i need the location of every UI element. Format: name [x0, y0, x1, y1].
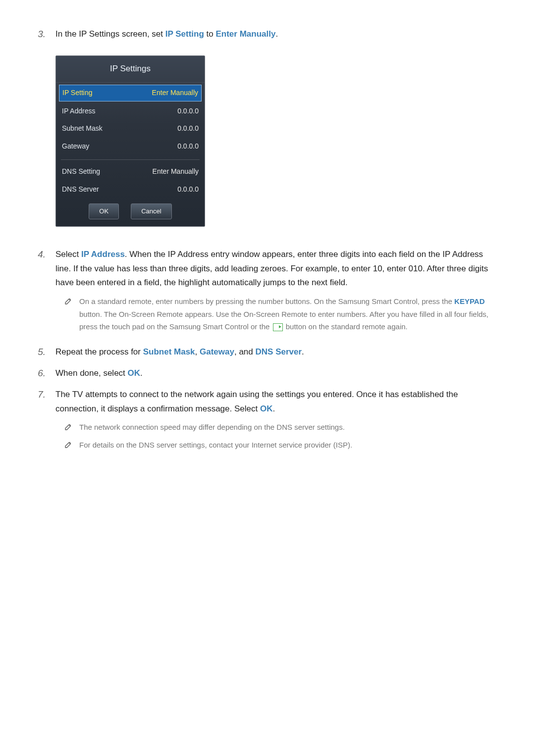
panel-title: IP Settings — [56, 56, 205, 83]
step-number: 6. — [35, 366, 46, 381]
step-number: 4. — [35, 248, 46, 338]
step-5: 5. Repeat the process for Subnet Mask, G… — [35, 345, 500, 359]
step-6-text: When done, select OK. — [55, 366, 500, 381]
step-4: 4. Select IP Address. When the IP Addres… — [35, 248, 500, 338]
ip-settings-panel: IP Settings IP Setting Enter Manually IP… — [55, 55, 205, 227]
step-number: 7. — [35, 388, 46, 456]
note-text: On a standard remote, enter numbers by p… — [79, 295, 500, 333]
enter-icon — [273, 323, 283, 331]
hl-ok: OK — [128, 368, 141, 378]
step-6: 6. When done, select OK. — [35, 366, 500, 381]
row-ip-setting[interactable]: IP Setting Enter Manually — [59, 85, 202, 101]
step-5-text: Repeat the process for Subnet Mask, Gate… — [55, 345, 500, 359]
manual-page: 3. In the IP Settings screen, set IP Set… — [0, 0, 535, 483]
note-text: For details on the DNS server settings, … — [79, 439, 352, 452]
step-number: 3. — [35, 27, 46, 241]
panel-divider — [61, 159, 200, 160]
row-value: Enter Manually — [152, 87, 198, 99]
note-item: On a standard remote, enter numbers by p… — [64, 295, 500, 333]
row-subnet-mask[interactable]: Subnet Mask 0.0.0.0 — [56, 120, 205, 138]
hl-enter-manually: Enter Manually — [215, 29, 275, 39]
row-value: 0.0.0.0 — [177, 123, 199, 135]
pencil-icon — [64, 423, 72, 431]
hl-dns-server: DNS Server — [256, 347, 302, 356]
row-value: Enter Manually — [153, 166, 199, 178]
hl-keypad: KEYPAD — [454, 297, 484, 305]
row-dns-setting[interactable]: DNS Setting Enter Manually — [56, 163, 205, 181]
note-item: The network connection speed may differ … — [64, 421, 500, 434]
row-ip-address[interactable]: IP Address 0.0.0.0 — [56, 102, 205, 120]
hl-ip-setting: IP Setting — [165, 29, 204, 39]
note-item: For details on the DNS server settings, … — [64, 439, 500, 452]
hl-gateway: Gateway — [200, 347, 234, 356]
row-gateway[interactable]: Gateway 0.0.0.0 — [56, 138, 205, 155]
pencil-icon — [64, 441, 72, 449]
step-7: 7. The TV attempts to connect to the net… — [35, 388, 500, 456]
step-4-text: Select IP Address. When the IP Address e… — [55, 248, 500, 291]
cancel-button[interactable]: Cancel — [131, 203, 171, 219]
row-value: 0.0.0.0 — [177, 184, 199, 196]
step-7-text: The TV attempts to connect to the networ… — [55, 388, 500, 416]
note-text: The network connection speed may differ … — [79, 421, 345, 434]
row-dns-server[interactable]: DNS Server 0.0.0.0 — [56, 181, 205, 199]
ok-button[interactable]: OK — [89, 203, 119, 219]
row-label: DNS Setting — [62, 166, 100, 178]
step-number: 5. — [35, 345, 46, 359]
row-label: Gateway — [62, 141, 89, 152]
row-label: Subnet Mask — [62, 123, 103, 135]
step-3: 3. In the IP Settings screen, set IP Set… — [35, 27, 500, 241]
row-value: 0.0.0.0 — [177, 105, 199, 117]
hl-ip-address: IP Address — [81, 250, 125, 259]
pencil-icon — [64, 297, 72, 305]
step-3-text: In the IP Settings screen, set IP Settin… — [55, 27, 500, 42]
hl-ok-2: OK — [260, 404, 273, 413]
row-value: 0.0.0.0 — [177, 141, 199, 152]
row-label: IP Address — [62, 105, 95, 117]
row-label: DNS Server — [62, 184, 99, 196]
row-label: IP Setting — [62, 87, 92, 99]
hl-subnet-mask: Subnet Mask — [143, 347, 195, 356]
